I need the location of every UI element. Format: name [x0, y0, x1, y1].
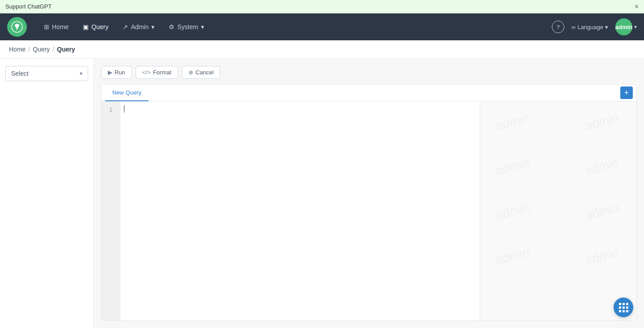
- dropdown-caret-icon: ▾: [80, 70, 82, 77]
- app-title: Support ChatGPT: [5, 3, 51, 10]
- nav-query[interactable]: ▣ Query: [77, 20, 115, 34]
- format-icon: </>: [142, 69, 151, 76]
- line-numbers: 1: [102, 101, 120, 320]
- editor-area: admin admin admin admin admin admin admi…: [102, 101, 636, 320]
- admin-caret: ▾: [151, 23, 154, 30]
- cancel-icon: ⊗: [188, 69, 193, 76]
- editor-input[interactable]: [120, 101, 480, 320]
- nav-right: ? ∞ Language ▾ admin ▾: [552, 18, 637, 35]
- breadcrumb-query[interactable]: Query: [33, 46, 50, 53]
- add-tab-button[interactable]: +: [620, 86, 633, 99]
- content-area: ▶ Run </> Format ⊗ Cancel New Query +: [94, 59, 644, 328]
- language-caret: ▾: [605, 24, 608, 30]
- language-icon: ∞: [571, 24, 576, 30]
- query-panel: New Query + admin admin admin admin admi…: [101, 84, 637, 321]
- tabs-bar: New Query +: [102, 85, 636, 101]
- language-selector[interactable]: ∞ Language ▾: [571, 24, 608, 30]
- format-button[interactable]: </> Format: [136, 66, 178, 79]
- help-button[interactable]: ?: [552, 21, 564, 33]
- sidebar: Select ▾: [0, 59, 94, 328]
- cancel-button[interactable]: ⊗ Cancel: [182, 66, 220, 79]
- svg-rect-1: [16, 29, 18, 30]
- home-icon: ⊞: [44, 23, 49, 30]
- main-layout: Select ▾ ▶ Run </> Format ⊗ Cancel: [0, 59, 644, 328]
- right-panel: [480, 101, 636, 320]
- system-icon: ⚙: [169, 23, 175, 30]
- nav-home[interactable]: ⊞ Home: [38, 20, 75, 34]
- fab-button[interactable]: [614, 298, 633, 317]
- editor-cursor: [124, 105, 124, 112]
- tab-new-query[interactable]: New Query: [105, 85, 149, 101]
- select-value: Select: [11, 70, 29, 77]
- nav-system[interactable]: ⚙ System ▾: [162, 20, 210, 34]
- nav-items: ⊞ Home ▣ Query ↗ Admin ▾ ⚙ System ▾: [38, 20, 548, 34]
- grid-icon: [619, 303, 628, 312]
- breadcrumb-current: Query: [57, 46, 75, 53]
- title-bar: Support ChatGPT ×: [0, 0, 644, 13]
- user-menu[interactable]: admin ▾: [615, 18, 637, 35]
- toolbar: ▶ Run </> Format ⊗ Cancel: [101, 66, 637, 79]
- breadcrumb-home[interactable]: Home: [9, 46, 26, 53]
- breadcrumb-sep-1: /: [28, 46, 30, 53]
- nav-admin[interactable]: ↗ Admin ▾: [116, 20, 161, 34]
- query-icon: ▣: [83, 23, 89, 30]
- line-number-1: 1: [102, 105, 120, 115]
- close-button[interactable]: ×: [635, 3, 639, 10]
- avatar-caret: ▾: [634, 24, 637, 30]
- logo: [7, 17, 27, 37]
- run-button[interactable]: ▶ Run: [101, 66, 132, 79]
- select-dropdown[interactable]: Select ▾: [5, 66, 88, 81]
- navbar: ⊞ Home ▣ Query ↗ Admin ▾ ⚙ System ▾ ? ∞ …: [0, 13, 644, 40]
- admin-icon: ↗: [123, 23, 128, 30]
- run-icon: ▶: [108, 69, 112, 76]
- breadcrumb: Home / Query / Query: [0, 40, 644, 59]
- avatar: admin: [615, 18, 632, 35]
- system-caret: ▾: [201, 23, 204, 30]
- breadcrumb-sep-2: /: [52, 46, 54, 53]
